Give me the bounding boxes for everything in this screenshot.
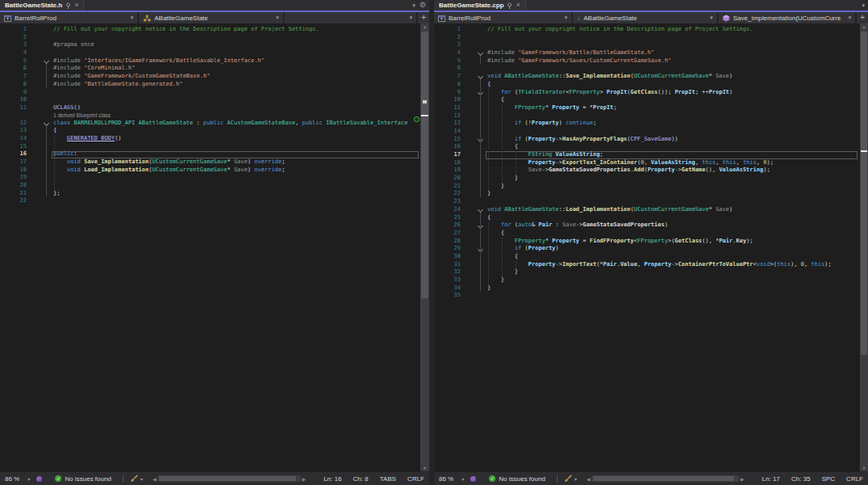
collapse-chevron-icon[interactable] xyxy=(44,120,49,126)
code-line[interactable]: #include "Interfaces/IGameFramework/Batt… xyxy=(52,57,419,65)
horizontal-scrollbar[interactable]: ◀ ▶ xyxy=(151,475,308,482)
cleanup-dropdown-icon[interactable]: ▾ xyxy=(575,476,577,482)
project-dropdown[interactable]: BarrelRollProd ▾ xyxy=(434,12,573,23)
code-line[interactable]: // Fill out your copyright notice in the… xyxy=(486,26,858,34)
zoom-dropdown-icon[interactable]: ▾ xyxy=(27,476,30,482)
scroll-up-icon[interactable]: ▴ xyxy=(420,23,429,31)
tab-list-dropdown-icon[interactable]: ▾ xyxy=(862,2,865,9)
tab-list-dropdown-icon[interactable]: ▾ xyxy=(412,2,415,9)
scrollbar-thumb[interactable] xyxy=(861,32,867,355)
code-line[interactable]: Property->ImportText(*Pair.Value, Proper… xyxy=(486,261,858,269)
code-line[interactable] xyxy=(52,197,419,205)
code-line[interactable]: { xyxy=(486,96,858,104)
code-line[interactable]: { xyxy=(486,81,858,89)
scope-dropdown[interactable]: ↓ ABattleGameState ▾ xyxy=(573,12,718,23)
horizontal-scrollbar[interactable]: ◀ ▶ xyxy=(585,475,746,482)
code-line[interactable]: { xyxy=(486,214,858,222)
code-line[interactable]: } xyxy=(486,175,858,183)
code-line[interactable]: } xyxy=(486,190,858,198)
code-line[interactable]: void Load_Implementation(UCustomCurrentG… xyxy=(52,167,419,175)
code-line[interactable] xyxy=(52,89,419,97)
close-icon[interactable]: × xyxy=(74,2,78,9)
code-line[interactable]: } xyxy=(486,268,858,276)
code-line[interactable]: void ABattleGameState::Save_Implementati… xyxy=(486,73,858,81)
navbar-plus-button[interactable]: + xyxy=(421,14,426,22)
code-line[interactable]: { xyxy=(52,127,419,135)
code-cleanup-icon[interactable] xyxy=(564,474,572,483)
code-line[interactable]: if (Property->HasAnyPropertyFlags(CPF_Sa… xyxy=(486,136,858,144)
navbar-plus-button[interactable]: + xyxy=(860,14,865,22)
code-line[interactable]: // Fill out your copyright notice in the… xyxy=(52,26,419,34)
code-line[interactable] xyxy=(52,96,419,104)
intellicode-icon[interactable] xyxy=(36,476,42,482)
hscroll-thumb[interactable] xyxy=(159,476,296,481)
collapse-chevron-icon[interactable] xyxy=(478,74,483,79)
code-line[interactable]: GENERATED_BODY() xyxy=(52,135,419,143)
code-line[interactable]: UCLASS() xyxy=(52,104,419,112)
code-line[interactable]: }; xyxy=(52,190,419,198)
code-line[interactable]: class BARRELROLLPROD_API ABattleGameStat… xyxy=(52,120,419,128)
code-line[interactable]: } xyxy=(486,285,858,293)
collapse-chevron-icon[interactable] xyxy=(478,207,483,213)
code-line[interactable]: FProperty* Property = *PropIt; xyxy=(486,104,858,112)
code-line[interactable] xyxy=(52,143,419,151)
code-line[interactable]: FProperty* Property = FindFProperty<FPro… xyxy=(486,238,858,246)
code-line[interactable] xyxy=(52,34,419,42)
code-line[interactable]: #pragma once xyxy=(52,41,419,49)
code-line[interactable] xyxy=(52,174,419,182)
code-line[interactable]: { xyxy=(486,253,858,261)
scroll-left-icon[interactable]: ◀ xyxy=(151,476,158,482)
code-line[interactable] xyxy=(486,128,858,136)
code-line[interactable]: Property->ExportText_InContainer(0, Valu… xyxy=(486,159,858,167)
gear-icon[interactable]: ⚙ xyxy=(419,2,426,9)
code-line[interactable]: if (!Property) continue; xyxy=(486,120,858,128)
scroll-right-icon[interactable]: ▶ xyxy=(301,476,308,482)
cleanup-dropdown-icon[interactable]: ▾ xyxy=(141,476,143,482)
zoom-level[interactable]: 86 % xyxy=(439,475,453,483)
collapse-chevron-icon[interactable] xyxy=(478,50,483,56)
scope-dropdown[interactable]: ABattleGameState ▾ xyxy=(139,12,284,23)
code-line[interactable] xyxy=(486,34,858,42)
hscroll-thumb[interactable] xyxy=(593,476,734,481)
code-line[interactable]: { xyxy=(486,230,858,238)
code-line[interactable]: for (TFieldIterator<FProperty> PropIt(Ge… xyxy=(486,89,858,97)
code-line[interactable] xyxy=(486,41,858,49)
project-dropdown[interactable]: BarrelRollProd ▾ xyxy=(0,12,139,23)
member-dropdown[interactable]: Save_Implementation(UCustomCurrentGar ▾ xyxy=(718,12,857,23)
code-line[interactable] xyxy=(52,49,419,57)
code-line[interactable]: #include "GameFramework/Saves/CustomCurr… xyxy=(486,57,858,65)
code-line[interactable]: { xyxy=(486,143,858,151)
code-line[interactable] xyxy=(52,182,419,190)
code-line[interactable] xyxy=(486,112,858,120)
code-line[interactable] xyxy=(486,65,858,73)
code-line[interactable]: #include "BattleGameState.generated.h" xyxy=(52,81,419,89)
code-line[interactable]: #include "CoreMinimal.h" xyxy=(52,65,419,73)
intellicode-icon[interactable] xyxy=(470,476,476,482)
code-cleanup-icon[interactable] xyxy=(130,474,138,483)
code-line[interactable]: void Save_Implementation(UCustomCurrentG… xyxy=(52,158,419,167)
code-line[interactable]: #include "GameFramework/Battle/BattleGam… xyxy=(486,49,858,57)
code-line[interactable]: if (Property) xyxy=(486,245,858,253)
zoom-dropdown-icon[interactable]: ▾ xyxy=(461,476,464,482)
code-editor[interactable]: 1234567891011121314151617181920212223242… xyxy=(434,23,868,472)
tab-battlegamestate-h[interactable]: BattleGameState.h × xyxy=(0,0,84,11)
code-line[interactable] xyxy=(486,292,858,300)
code-line[interactable]: } xyxy=(486,276,858,285)
scroll-right-icon[interactable]: ▶ xyxy=(739,476,746,482)
document-health[interactable]: ✓ No issues found xyxy=(489,475,545,483)
hscroll-track[interactable] xyxy=(592,475,739,482)
pin-icon[interactable] xyxy=(65,2,71,9)
code-line[interactable] xyxy=(486,198,858,206)
tab-battlegamestate-cpp[interactable]: BattleGameState.cpp × xyxy=(434,0,526,11)
code-line[interactable]: FString ValueAsString; xyxy=(486,151,858,159)
code-line[interactable]: void ABattleGameState::Load_Implementati… xyxy=(486,206,858,214)
hscroll-track[interactable] xyxy=(158,475,301,482)
collapse-chevron-icon[interactable] xyxy=(44,58,49,64)
member-dropdown[interactable]: ▾ xyxy=(284,12,418,23)
close-icon[interactable]: × xyxy=(516,2,520,9)
scroll-up-icon[interactable]: ▴ xyxy=(860,23,868,31)
code-line[interactable]: Save->GameStateSavedProperties.Add(Prope… xyxy=(486,167,858,175)
code-line[interactable]: } xyxy=(486,183,858,191)
code-editor[interactable]: 12345678910111213141516171819202122 // F… xyxy=(0,23,429,472)
code-line[interactable]: for (auto& Pair : Save->GameStateSavedPr… xyxy=(486,221,858,230)
